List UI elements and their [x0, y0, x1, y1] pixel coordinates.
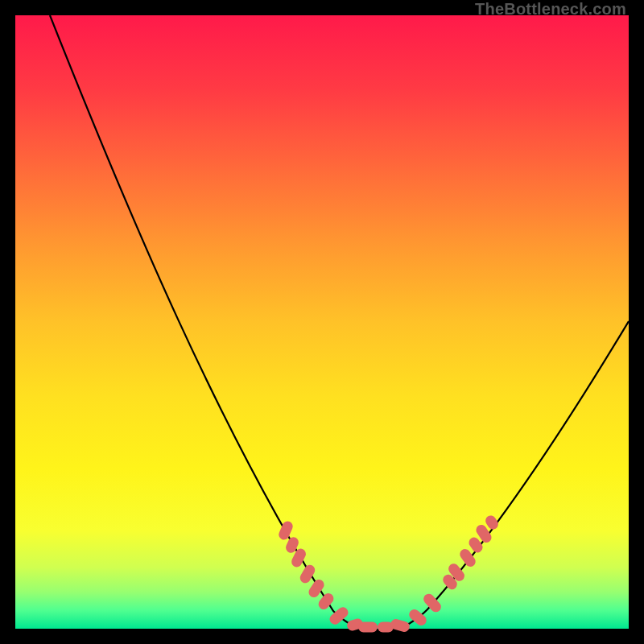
bottleneck-curve [15, 15, 629, 629]
curve-marker [358, 622, 378, 633]
chart-plot-area [15, 15, 629, 629]
watermark-text: TheBottleneck.com [475, 0, 626, 19]
